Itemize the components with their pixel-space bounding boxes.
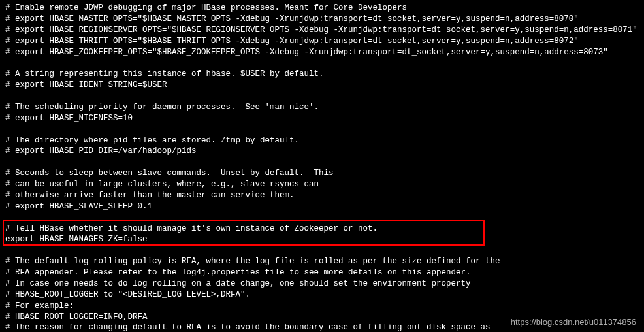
terminal-line: # Enable remote JDWP debugging of major … — [5, 3, 639, 14]
terminal-line: # The scheduling priority for daemon pro… — [5, 102, 639, 113]
terminal-line: # For example: — [5, 301, 639, 312]
watermark-text: https://blog.csdn.net/u011374856 — [511, 316, 636, 328]
terminal-line: # HBASE_ROOT_LOGGER to "<DESIRED_LOG LEV… — [5, 290, 639, 301]
terminal-line: # export HBASE_SLAVE_SLEEP=0.1 — [5, 201, 639, 212]
terminal-line: export HBASE_MANAGES_ZK=false — [5, 234, 639, 245]
terminal-line: # Tell HBase whether it should manage it… — [5, 224, 639, 235]
terminal-line: # The default log rolling policy is RFA,… — [5, 256, 639, 267]
terminal-line — [5, 58, 639, 69]
terminal-line: # export HBASE_THRIFT_OPTS="$HBASE_THRIF… — [5, 36, 639, 47]
terminal-line: # can be useful in large clusters, where… — [5, 179, 639, 190]
terminal-line — [5, 212, 639, 224]
terminal-line: # The directory where pid files are stor… — [5, 135, 639, 146]
terminal-line: # export HBASE_ZOOKEEPER_OPTS="$HBASE_ZO… — [5, 47, 639, 58]
terminal-line — [5, 124, 639, 135]
terminal-line: # A string representing this instance of… — [5, 69, 639, 80]
terminal-line: # export HBASE_MASTER_OPTS="$HBASE_MASTE… — [5, 14, 639, 25]
terminal-line — [5, 157, 639, 168]
terminal-line: # RFA appender. Please refer to the log4… — [5, 267, 639, 278]
terminal-line — [5, 245, 639, 256]
terminal-output: # Enable remote JDWP debugging of major … — [5, 3, 639, 332]
terminal-line: # In case one needs to do log rolling on… — [5, 278, 639, 290]
terminal-line: # export HBASE_PID_DIR=/var/hadoop/pids — [5, 146, 639, 157]
terminal-line: # export HBASE_IDENT_STRING=$USER — [5, 80, 639, 91]
terminal-line — [5, 91, 639, 102]
terminal-line: # export HBASE_NICENESS=10 — [5, 113, 639, 124]
terminal-line: # otherwise arrive faster than the maste… — [5, 190, 639, 201]
terminal-line: # export HBASE_REGIONSERVER_OPTS="$HBASE… — [5, 25, 639, 36]
terminal-line: # Seconds to sleep between slave command… — [5, 168, 639, 179]
